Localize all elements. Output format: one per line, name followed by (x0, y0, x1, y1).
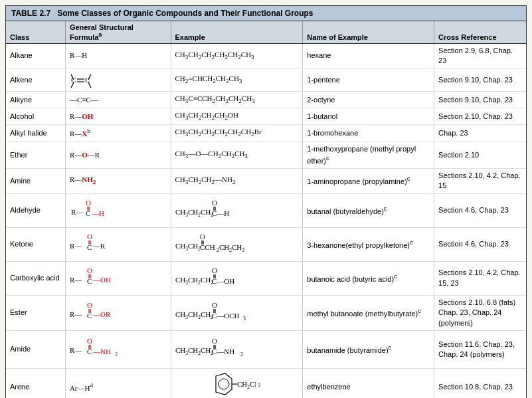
svg-text:C: C (87, 243, 92, 251)
svg-text:3: 3 (258, 382, 260, 388)
class-cell: Alcohol (6, 108, 65, 125)
svg-text:CH: CH (250, 380, 256, 388)
arene-example-svg: CH 2 CH (203, 371, 256, 398)
class-cell: Ether (6, 142, 65, 168)
ketone-formula-svg: R— O C —R (70, 230, 113, 259)
svg-text:C—OH: C—OH (212, 277, 234, 285)
ref-cell: Section 11.6, Chap. 23, Chap. 24 (polyme… (434, 330, 526, 368)
example-cell: CH3CH2CH2CH2CH2CH3 (171, 43, 303, 68)
example-cell: CH 3 CH 2 CH 2 O C—OCH 3 (171, 295, 303, 330)
formula-cell: R—OH (65, 108, 171, 125)
table-row: Ether R—O—R CH3—O—CH2CH2CH3 1-methoxypro… (6, 142, 526, 168)
svg-text:CH: CH (201, 310, 211, 318)
ref-cell: Sections 2.10, 4.2, Chap. 15 (434, 168, 526, 193)
svg-text:R—: R— (70, 276, 82, 284)
col-header-name: Name of Example (303, 21, 434, 43)
ref-cell: Section 2.9, 6.8, Chap. 23 (434, 43, 526, 68)
table-row: Alkene C C (6, 68, 526, 92)
table-title: Some Classes of Organic Compounds and Th… (57, 9, 313, 18)
formula-cell: R—NH2 (65, 168, 171, 193)
svg-text:C: C (87, 312, 92, 320)
example-cell: CH3—O—CH2CH2CH3 (171, 142, 303, 168)
arene-ch3-svg: 3 (258, 371, 271, 398)
svg-text:—OH: —OH (92, 276, 111, 284)
svg-text:CH: CH (201, 346, 211, 354)
example-cell: CH3C≡CCH2CH2CH2CH3 (171, 92, 303, 108)
svg-text:CH: CH (188, 346, 198, 354)
svg-text:R—: R— (70, 346, 82, 354)
svg-text:CH: CH (188, 242, 198, 250)
formula-cell: R— O C —OH (65, 261, 171, 295)
class-cell: Alkyl halide (6, 125, 65, 142)
ester-example-svg: CH 3 CH 2 CH 2 O C—OCH 3 (175, 298, 252, 328)
svg-text:CH: CH (188, 310, 198, 318)
example-cell: CH 2 CH 3 (171, 368, 303, 398)
svg-text:O: O (212, 301, 217, 309)
svg-text:—H: —H (91, 209, 104, 217)
svg-text:O: O (86, 199, 91, 207)
col-header-ref: Cross Reference (434, 21, 526, 43)
svg-text:C—OCH: C—OCH (212, 312, 240, 320)
svg-text:CH: CH (175, 208, 185, 216)
table-row: Carboxylic acid R— O C —OH CH 3 (6, 261, 526, 295)
ester-formula-svg: R— O C —OR (70, 298, 123, 328)
svg-text:3: 3 (243, 316, 246, 322)
example-cell: CH 3 CH 2 CH 2 O C—H (171, 193, 303, 227)
formula-cell: Ar—Hd (65, 368, 171, 398)
svg-text:—OR: —OR (92, 310, 111, 318)
formula-cell: R—O—R (65, 142, 171, 168)
svg-text:R—: R— (71, 208, 84, 216)
svg-text:C: C (86, 209, 90, 217)
ref-cell: Sections 2.10, 4.2, Chap. 15, 23 (434, 261, 526, 295)
svg-text:R—: R— (70, 242, 82, 250)
example-cell: CH 3 CH 2 CH 2 O C—OH (171, 261, 303, 295)
class-cell: Carboxylic acid (6, 261, 65, 295)
svg-text:C: C (87, 277, 92, 285)
class-cell: Alkene (6, 68, 65, 92)
svg-text:O: O (87, 301, 92, 309)
svg-text:O: O (200, 233, 205, 241)
svg-text:CCH: CCH (200, 243, 215, 251)
alkene-formula-svg: C C (70, 70, 110, 89)
ref-cell: Section 4.6, Chap. 23 (434, 227, 526, 261)
name-cell: 3-hexanone(ethyl propylketone)c (303, 227, 434, 261)
name-cell: 1-butanol (303, 108, 434, 125)
svg-text:CH: CH (219, 243, 229, 251)
ref-cell: Section 2.10 (434, 142, 526, 168)
svg-text:C: C (87, 348, 92, 355)
main-table: TABLE 2.7 Some Classes of Organic Compou… (5, 5, 527, 398)
example-cell: CH 3 CH 2 CH 2 O C—NH 2 (171, 330, 303, 368)
svg-text:2: 2 (240, 351, 243, 357)
class-cell: Ketone (6, 227, 65, 261)
svg-text:—R: —R (92, 242, 106, 250)
svg-text:O: O (212, 199, 217, 207)
name-cell: 1-bromohexane (303, 125, 434, 142)
aldehyde-example-svg: CH 3 CH 2 CH 2 O C—H (175, 196, 235, 225)
table-row: Ketone R— O C —R CH 3 CH (6, 227, 526, 261)
name-cell: butanal (butyraldehyde)c (303, 193, 434, 227)
svg-text:CH: CH (232, 243, 242, 251)
class-cell: Amide (6, 330, 65, 368)
ref-cell: Section 2.10, Chap. 23 (434, 108, 526, 125)
svg-text:3: 3 (242, 247, 244, 253)
example-cell: CH3CH2CH2CH2CH2CH2Br (171, 125, 303, 142)
ref-cell: Sections 2.10, 6.8 (fats) Chap. 23, Chap… (434, 295, 526, 330)
table-row: Aldehyde R— O C —H CH 3 CH (6, 193, 526, 227)
table-row: Alkyne —C≡C— CH3C≡CCH2CH2CH2CH3 2-octyne… (6, 92, 526, 108)
svg-text:C—H: C—H (212, 209, 229, 217)
table-row: Arene Ar—Hd CH 2 CH 3 (6, 368, 526, 398)
formula-cell: C C (65, 68, 171, 92)
svg-text:O: O (87, 233, 92, 241)
name-cell: ethylbenzene (303, 368, 434, 398)
svg-text:CH: CH (175, 346, 185, 354)
svg-text:CH: CH (175, 310, 185, 318)
ref-cell: Section 9.10, Chap. 23 (434, 68, 526, 92)
col-header-formula: General Structural Formulaa (65, 21, 171, 43)
svg-text:O: O (87, 266, 92, 274)
class-cell: Ester (6, 295, 65, 330)
formula-cell: —C≡C— (65, 92, 171, 108)
svg-text:CH: CH (175, 242, 185, 250)
svg-text:C—NH: C—NH (212, 348, 234, 355)
name-cell: 1-methoxypropane (methyl propyl ether)c (303, 142, 434, 168)
formula-cell: R—H (65, 43, 171, 68)
